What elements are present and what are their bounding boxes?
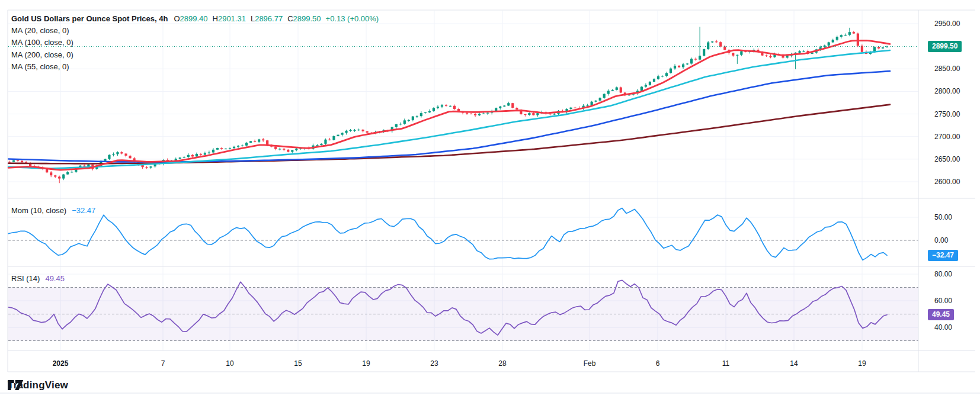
time-axis-tick: 14	[790, 359, 798, 368]
time-axis-tick: 2025	[53, 359, 69, 368]
ma-legend-row[interactable]: MA (20, close, 0)	[11, 26, 69, 35]
time-axis-tick: 15	[294, 359, 302, 368]
price-axis-label: 2950.00	[934, 20, 960, 28]
symbol-header[interactable]: Gold US Dollars per Ounce Spot Prices, 4…	[11, 14, 379, 23]
price-axis-label: 2600.00	[934, 178, 960, 186]
tradingview-logo[interactable]: TradingView	[8, 379, 68, 391]
momentum-value-badge: −32.47	[928, 250, 958, 261]
symbol-title: Gold US Dollars per Ounce Spot Prices, 4…	[11, 14, 168, 23]
price-axis-label: 2700.00	[934, 133, 960, 141]
momentum-pane[interactable]	[8, 198, 918, 266]
ma-legend-row[interactable]: MA (55, close, 0)	[11, 62, 69, 71]
time-axis-tick: 19	[362, 359, 370, 368]
ohlc-item: C2899.50	[287, 14, 321, 23]
momentum-legend-row[interactable]: Mom (10, close)−32.47	[11, 206, 95, 215]
time-axis-tick: 11	[722, 359, 729, 368]
price-axis-label: 2850.00	[934, 65, 960, 73]
momentum-value: −32.47	[72, 206, 95, 215]
time-axis-scale[interactable]	[8, 350, 918, 372]
ohlc-item: H2901.31	[213, 14, 246, 23]
rsi-label: RSI (14)	[11, 274, 40, 283]
time-axis-tick: 7	[161, 359, 165, 368]
price-axis-label: 2650.00	[934, 155, 960, 163]
time-axis-tick: 28	[498, 359, 506, 368]
price-axis-label: 2750.00	[934, 110, 960, 118]
time-axis-tick: Feb	[584, 359, 596, 368]
ma-legend-row[interactable]: MA (200, close, 0)	[11, 50, 73, 59]
ohlc-values: O2899.40H2901.31L2896.77C2899.50	[174, 14, 325, 23]
time-axis-tick: 23	[430, 359, 438, 368]
time-axis-tick: 10	[226, 359, 233, 368]
change-value: +0.13 (+0.00%)	[326, 14, 379, 23]
rsi-legend-row[interactable]: RSI (14)49.45	[11, 274, 65, 283]
tradingview-logo-icon	[8, 379, 24, 391]
price-axis-label: 60.00	[934, 297, 952, 305]
last-price-badge: 2899.50	[928, 41, 962, 52]
rsi-pane[interactable]	[8, 266, 918, 350]
price-axis-label: 80.00	[934, 270, 952, 278]
time-axis-tick: 19	[858, 359, 866, 368]
main-price-pane[interactable]	[8, 10, 918, 198]
rsi-value-badge: 49.45	[928, 309, 954, 320]
ma-legend-row[interactable]: MA (100, close, 0)	[11, 38, 73, 47]
price-axis-label: 2800.00	[934, 87, 960, 95]
ohlc-item: L2896.77	[251, 14, 283, 23]
time-axis-tick: 6	[656, 359, 660, 368]
price-axis-label: 0.00	[934, 236, 948, 244]
price-axis-label: 40.00	[934, 323, 952, 332]
price-axis-label: 50.00	[934, 213, 952, 221]
rsi-value: 49.45	[45, 274, 65, 283]
tradingview-chart-widget: Gold US Dollars per Ounce Spot Prices, 4…	[0, 0, 980, 399]
ohlc-item: O2899.40	[174, 14, 207, 23]
momentum-label: Mom (10, close)	[11, 206, 66, 215]
